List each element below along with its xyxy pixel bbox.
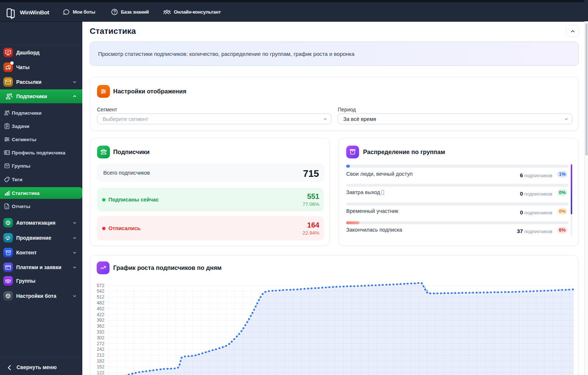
svg-text:512: 512 — [97, 294, 104, 300]
svg-text:542: 542 — [97, 289, 104, 294]
svg-text:152: 152 — [97, 364, 104, 369]
svg-text:182: 182 — [97, 358, 104, 364]
svg-text:392: 392 — [97, 318, 104, 323]
svg-text:452: 452 — [97, 306, 104, 311]
svg-text:212: 212 — [97, 353, 104, 358]
svg-text:122: 122 — [97, 370, 104, 375]
svg-text:572: 572 — [97, 283, 104, 288]
svg-text:422: 422 — [97, 312, 104, 317]
svg-text:482: 482 — [97, 300, 104, 306]
svg-text:272: 272 — [97, 341, 104, 346]
svg-text:332: 332 — [97, 329, 104, 335]
svg-text:362: 362 — [97, 324, 104, 329]
svg-text:302: 302 — [97, 335, 104, 340]
svg-text:242: 242 — [97, 347, 104, 352]
